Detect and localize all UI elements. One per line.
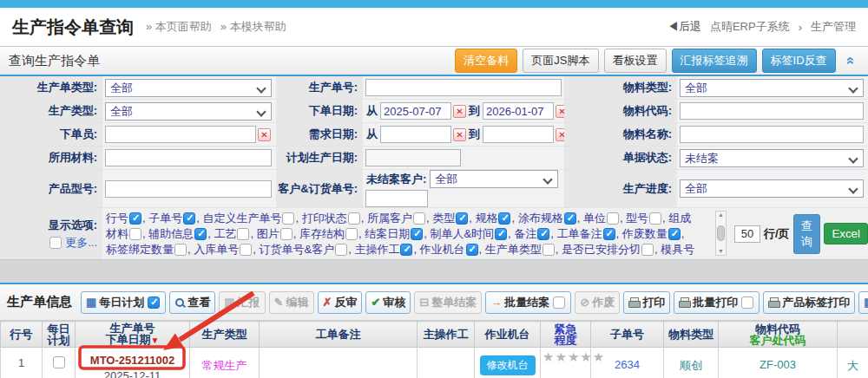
planned-production-date-input[interactable] xyxy=(365,149,461,166)
breadcrumb-page-help[interactable]: » 本页面帮助 xyxy=(146,19,212,35)
display-option-checkbox[interactable] xyxy=(129,228,141,240)
board-settings-button[interactable]: 看板设置 xyxy=(604,49,667,73)
display-option-checkbox[interactable] xyxy=(282,212,294,225)
scroll-thumb[interactable] xyxy=(717,225,725,241)
display-option-checkbox[interactable] xyxy=(348,212,360,225)
display-option-checkbox[interactable] xyxy=(564,212,576,225)
display-option: 库存结构 xyxy=(299,227,358,240)
daily-plan-row-checkbox[interactable] xyxy=(53,356,65,368)
header-row-no[interactable]: 行号 xyxy=(1,322,43,348)
display-option-checkbox[interactable] xyxy=(194,228,207,240)
display-option-checkbox[interactable] xyxy=(607,212,619,225)
scroll-up-icon[interactable]: ▲ xyxy=(718,212,724,218)
view-button[interactable]: 查看 xyxy=(169,291,215,314)
header-material-type[interactable]: 物料类型 xyxy=(664,322,719,348)
header-operator[interactable]: 主操作工 xyxy=(418,322,475,348)
header-order-no-date[interactable]: 生产单号 下单日期▼ xyxy=(76,322,190,348)
audit-button[interactable]: ✔审核 xyxy=(365,291,411,314)
header-material-code[interactable]: 物料代码客户处代码 xyxy=(719,322,838,348)
production-type-select[interactable]: 全部 xyxy=(105,102,272,121)
order-date-to-input[interactable] xyxy=(483,102,554,120)
display-option-checkbox[interactable] xyxy=(345,228,358,240)
display-option-checkbox[interactable] xyxy=(495,228,507,240)
batch-close-button[interactable]: →批量结案 xyxy=(485,291,571,314)
display-option-checkbox[interactable] xyxy=(641,244,654,256)
order-clerk-input[interactable] xyxy=(105,126,256,143)
more-options-link[interactable]: 更多... xyxy=(65,236,97,249)
scroll-down-icon[interactable]: ▼ xyxy=(718,248,724,255)
display-option-checkbox[interactable] xyxy=(129,212,141,225)
collapse-panel-icon[interactable]: « xyxy=(841,56,858,64)
display-option-checkbox[interactable] xyxy=(183,212,195,225)
page-js-script-button[interactable]: 页面JS脚本 xyxy=(523,49,598,73)
report-label-trace-button[interactable]: 汇报标签追溯 xyxy=(672,49,757,73)
order-date-from-clear-icon[interactable]: ✕ xyxy=(453,105,466,118)
order-clerk-clear-icon[interactable]: ✕ xyxy=(258,128,271,141)
display-option-checkbox[interactable] xyxy=(668,228,681,240)
display-option-checkbox[interactable] xyxy=(498,212,510,225)
search-button[interactable]: 查询 xyxy=(793,214,821,254)
display-option-checkbox[interactable] xyxy=(237,228,249,240)
customer-order-no-input[interactable] xyxy=(365,190,428,207)
back-button[interactable]: ◀后退 xyxy=(667,19,701,35)
batch-print-button[interactable]: 批量打印 xyxy=(674,291,760,314)
display-option-checkbox[interactable] xyxy=(280,228,293,240)
system-name[interactable]: 点晴ERP子系统 xyxy=(710,19,790,35)
display-option-checkbox[interactable] xyxy=(542,244,555,256)
used-material-label: 所用材料: xyxy=(0,147,102,170)
rows-per-page-input[interactable] xyxy=(734,225,760,243)
display-option-checkbox[interactable] xyxy=(411,228,423,240)
production-order-type-select[interactable]: 全部 xyxy=(105,79,272,97)
material-type-select[interactable]: 全部 xyxy=(680,79,864,97)
label-id-lookup-button[interactable]: 标签ID反查 xyxy=(762,49,836,73)
daily-plan-button[interactable]: ▦每日计划 xyxy=(81,291,166,314)
display-option-checkbox[interactable] xyxy=(537,228,549,240)
production-type-label: 生产类型: xyxy=(0,100,102,123)
display-option-checkbox[interactable] xyxy=(400,244,412,256)
display-option-checkbox[interactable] xyxy=(413,212,425,225)
header-extra xyxy=(838,322,868,348)
display-option: 入库单号 xyxy=(194,243,253,256)
machine-edit-button[interactable]: 修改机台 xyxy=(480,355,536,375)
display-option-checkbox[interactable] xyxy=(240,244,252,256)
demand-date-to-input[interactable] xyxy=(483,126,554,143)
display-options-more-checkbox[interactable] xyxy=(49,237,62,249)
used-material-input[interactable] xyxy=(105,149,272,166)
sort-desc-icon[interactable]: ▼ xyxy=(151,336,160,345)
display-option-checkbox[interactable] xyxy=(466,244,478,256)
material-name-input[interactable] xyxy=(680,126,864,143)
header-work-note[interactable]: 工单备注 xyxy=(260,322,418,348)
display-option-checkbox[interactable] xyxy=(335,244,347,256)
display-option-checkbox[interactable] xyxy=(603,228,615,240)
demand-date-from-clear-icon[interactable]: ✕ xyxy=(453,128,466,141)
demand-date-from-input[interactable] xyxy=(380,126,451,143)
sub-order-link[interactable]: 2634 xyxy=(615,349,640,371)
daily-plan-checkbox[interactable] xyxy=(148,297,160,309)
order-number-link[interactable]: MTO-251211002 xyxy=(77,354,187,367)
unclosed-customer-select[interactable]: 全部 xyxy=(430,170,558,188)
header-machine[interactable]: 作业机台 xyxy=(475,322,541,348)
batch-print-checkbox[interactable] xyxy=(741,297,753,309)
header-production-type[interactable]: 生产类型 xyxy=(190,322,260,348)
product-model-input[interactable] xyxy=(105,180,272,198)
production-progress-select[interactable]: 全部 xyxy=(680,179,864,198)
doc-status-select[interactable]: 未结案 xyxy=(680,149,864,167)
product-label-print-button[interactable]: 产品标签打印 xyxy=(763,291,855,314)
production-order-no-input[interactable] xyxy=(365,79,562,96)
order-date-from-input[interactable] xyxy=(380,102,451,120)
options-scrollbar[interactable]: ▲ ▼ xyxy=(715,211,727,256)
excel-export-button[interactable]: Excel xyxy=(824,223,868,244)
display-option-checkbox[interactable] xyxy=(649,212,661,225)
material-code-input[interactable] xyxy=(680,102,864,120)
module-name[interactable]: 生产管理 xyxy=(811,19,856,35)
reverse-audit-button[interactable]: ✗反审 xyxy=(318,291,363,314)
display-option-checkbox[interactable] xyxy=(174,244,187,256)
header-daily-plan[interactable]: 每日计划 xyxy=(43,322,76,348)
display-option-checkbox[interactable] xyxy=(456,212,468,225)
edit-button: ✎编辑 xyxy=(269,291,314,314)
batch-close-checkbox[interactable] xyxy=(553,297,565,309)
clear-materials-button[interactable]: 清空备料 xyxy=(455,49,517,73)
breadcrumb-module-help[interactable]: » 本模块帮助 xyxy=(220,19,286,35)
print-button[interactable]: 打印 xyxy=(623,291,670,314)
board-maintain-button[interactable]: ▦看板维护 xyxy=(858,291,868,314)
